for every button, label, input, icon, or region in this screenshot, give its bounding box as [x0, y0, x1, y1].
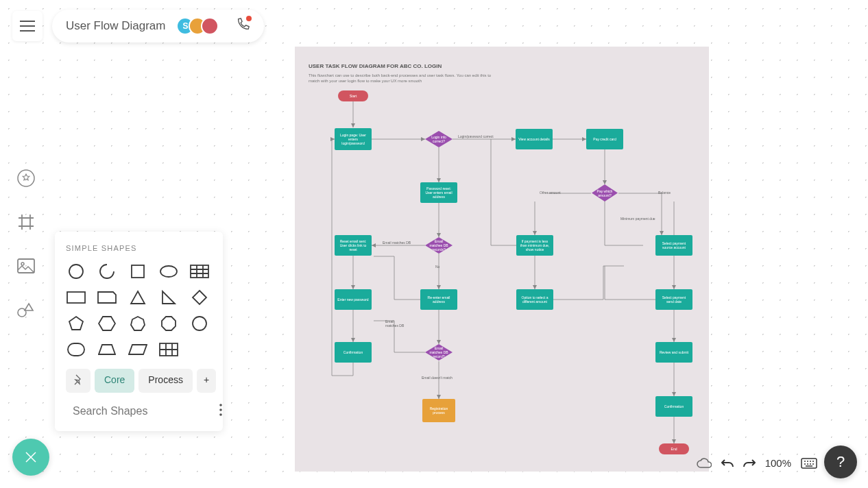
- image-tool[interactable]: [12, 252, 40, 280]
- menu-button[interactable]: [12, 11, 43, 41]
- node-if-less[interactable]: If payment is less than minimum due, sho…: [516, 235, 553, 256]
- star-circle-icon: [16, 169, 36, 188]
- node-reset-sent[interactable]: Reset email sent: User clicks link to re…: [335, 235, 372, 256]
- shape-arc[interactable]: [97, 263, 117, 280]
- shape-parallelogram[interactable]: [128, 341, 148, 358]
- svg-rect-10: [68, 343, 84, 356]
- node-pay-credit[interactable]: Pay credit card: [586, 129, 623, 149]
- shapes-grid: [66, 263, 212, 358]
- node-review-submit[interactable]: Review and submit: [655, 342, 692, 363]
- node-reenter-email[interactable]: Re-enter email address: [420, 289, 457, 310]
- edge-label: Minimum payment due: [620, 217, 655, 221]
- svg-point-2: [21, 263, 24, 265]
- image-icon: [17, 258, 35, 273]
- panel-tabs: Core Process +: [66, 369, 212, 393]
- node-pwd-reset[interactable]: Password reset: User enters email addres…: [420, 182, 457, 203]
- top-bar: User Flow Diagram S: [12, 10, 264, 42]
- redo-icon: [743, 458, 756, 469]
- cloud-icon: [697, 458, 712, 469]
- redo-button[interactable]: [743, 458, 756, 469]
- edge-label: Other amount: [540, 191, 561, 195]
- node-select-payment-date[interactable]: Select payment send date: [655, 289, 692, 310]
- shape-nonagon[interactable]: [189, 315, 210, 332]
- svg-marker-19: [421, 137, 425, 141]
- frame-icon: [17, 213, 35, 231]
- shape-table[interactable]: [189, 263, 210, 280]
- shape-hexagon[interactable]: [97, 315, 117, 332]
- pin-tab[interactable]: [66, 369, 91, 393]
- shapes-icon: [16, 301, 36, 319]
- node-confirmation2[interactable]: Confirmation: [655, 396, 692, 417]
- diagram-canvas[interactable]: USER TASK FLOW DIAGRAM FOR ABC CO. LOGIN…: [295, 47, 709, 472]
- keyboard-button[interactable]: [801, 458, 817, 469]
- avatar[interactable]: [201, 17, 219, 35]
- process-tab[interactable]: Process: [138, 369, 193, 393]
- svg-marker-31: [372, 243, 376, 247]
- shape-triangle[interactable]: [128, 289, 148, 306]
- node-select-payment-acct[interactable]: Select payment source account: [655, 235, 692, 256]
- close-panel-button[interactable]: [12, 439, 49, 476]
- core-tab[interactable]: Core: [95, 369, 134, 393]
- svg-point-9: [193, 317, 206, 330]
- svg-rect-8: [67, 292, 85, 303]
- shape-ellipse[interactable]: [158, 263, 179, 280]
- node-enter-new-pwd[interactable]: Enter new password: [335, 289, 372, 310]
- svg-marker-40: [437, 340, 441, 344]
- help-button[interactable]: ?: [824, 446, 857, 478]
- zoom-level[interactable]: 100%: [765, 457, 791, 469]
- panel-section-label: SIMPLE SHAPES: [66, 244, 212, 252]
- edge-label: Balance: [658, 191, 671, 195]
- search-row: [66, 401, 212, 422]
- hamburger-icon: [20, 21, 35, 32]
- panel-menu[interactable]: [217, 401, 225, 422]
- view-controls: 100%: [697, 457, 817, 469]
- shape-octagon[interactable]: [158, 315, 179, 332]
- shape-card[interactable]: [97, 289, 117, 306]
- node-start[interactable]: Start: [338, 90, 368, 101]
- add-tab[interactable]: +: [197, 369, 216, 393]
- node-confirmation[interactable]: Confirmation: [335, 342, 372, 363]
- svg-point-15: [219, 413, 222, 416]
- svg-point-13: [219, 404, 222, 406]
- shape-circle[interactable]: [66, 263, 86, 280]
- shape-rectangle[interactable]: [66, 289, 86, 306]
- node-option-select[interactable]: Option to select a different amount: [516, 289, 553, 310]
- document-title[interactable]: User Flow Diagram: [66, 19, 165, 33]
- left-sidebar: [12, 164, 40, 324]
- svg-marker-27: [603, 180, 607, 184]
- undo-icon: [721, 458, 734, 469]
- connector-lines: [295, 47, 709, 472]
- shape-trapezoid[interactable]: [97, 341, 117, 358]
- pin-icon: [73, 374, 84, 385]
- search-shapes-input[interactable]: [73, 405, 210, 417]
- node-view-account[interactable]: View account details: [516, 129, 553, 149]
- shape-pentagon[interactable]: [66, 315, 86, 332]
- cloud-sync-button[interactable]: [697, 458, 712, 469]
- shapes-tool[interactable]: [12, 164, 40, 192]
- edge-label: Email matches DB: [383, 241, 411, 245]
- notification-dot: [246, 16, 252, 21]
- node-registration[interactable]: Registration process: [422, 399, 455, 422]
- shape-diamond[interactable]: [189, 289, 210, 306]
- collaborator-avatars: S: [176, 17, 219, 35]
- shapes-panel: SIMPLE SHAPES Core Process +: [55, 232, 223, 431]
- undo-button[interactable]: [721, 458, 734, 469]
- shape-square[interactable]: [128, 263, 148, 280]
- node-login-page[interactable]: Login page: User enters login/password: [335, 128, 372, 150]
- edge-label: Email matches DB: [385, 319, 406, 328]
- edge-label: Login/password correct: [458, 134, 494, 138]
- call-button[interactable]: [235, 17, 250, 35]
- close-icon: [24, 450, 38, 464]
- edge-label: Email doesn't match: [422, 376, 453, 380]
- shape-grid[interactable]: [158, 341, 179, 358]
- dots-vertical-icon: [219, 404, 222, 416]
- svg-marker-29: [437, 233, 441, 237]
- shape-rounded-rect[interactable]: [66, 341, 86, 358]
- svg-point-14: [219, 408, 222, 411]
- shapes-compound-tool[interactable]: [12, 296, 40, 324]
- svg-rect-56: [801, 459, 817, 468]
- frame-tool[interactable]: [12, 208, 40, 236]
- shape-right-triangle[interactable]: [158, 289, 179, 306]
- node-end[interactable]: End: [659, 443, 689, 454]
- shape-heptagon[interactable]: [128, 315, 148, 332]
